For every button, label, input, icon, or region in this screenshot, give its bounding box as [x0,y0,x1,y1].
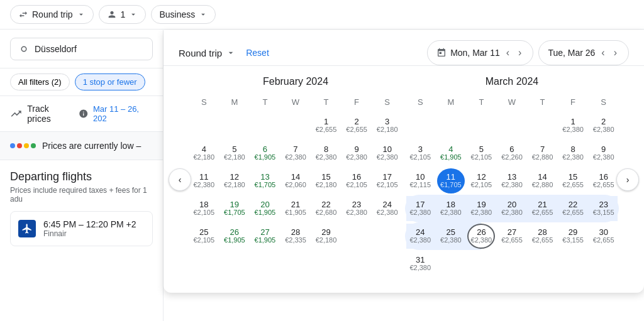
cabin-button[interactable]: Business [151,5,216,24]
cabin-label: Business [159,9,195,19]
top-bar: Round trip 1 Business [0,0,644,30]
dropdown-icon [77,10,86,19]
trip-type-label: Round trip [32,9,73,19]
dropdown-icon2 [129,10,138,19]
passengers-button[interactable]: 1 [99,5,147,24]
passengers-label: 1 [121,9,126,19]
dropdown-icon3 [199,10,208,19]
round-trip-icon [18,9,28,19]
person-icon [107,9,117,19]
trip-type-button[interactable]: Round trip [10,5,94,24]
